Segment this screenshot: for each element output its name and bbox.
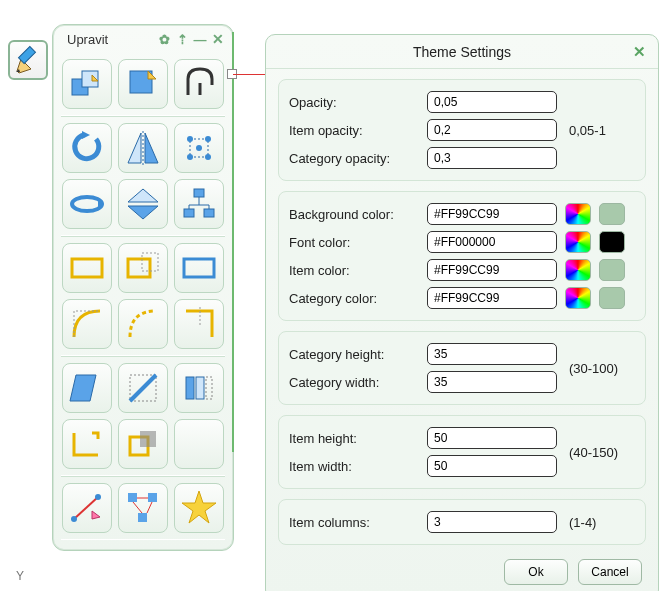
tool-frame-blue[interactable] xyxy=(174,243,224,293)
tool-overlap-squares[interactable] xyxy=(118,419,168,469)
input-category-height[interactable] xyxy=(427,343,557,365)
swatch-bg[interactable] xyxy=(599,203,625,225)
input-bg-color[interactable] xyxy=(427,203,557,225)
tool-handles-grid[interactable] xyxy=(174,123,224,173)
tool-bracket-yellow[interactable] xyxy=(62,419,112,469)
svg-marker-8 xyxy=(128,133,141,163)
tool-rotate-3d[interactable] xyxy=(62,179,112,229)
dialog-close-icon[interactable]: ✕ xyxy=(630,43,648,61)
svg-marker-44 xyxy=(182,491,216,523)
label-item-columns: Item columns: xyxy=(289,515,427,530)
input-item-height[interactable] xyxy=(427,427,557,449)
svg-rect-41 xyxy=(128,493,137,502)
svg-rect-32 xyxy=(186,377,194,399)
tool-corner-curve[interactable] xyxy=(62,299,112,349)
tool-diagonal-cut[interactable] xyxy=(118,363,168,413)
svg-rect-21 xyxy=(194,189,204,197)
section-colors: Background color: Font color: Item color… xyxy=(278,191,646,321)
label-category-height: Category height: xyxy=(289,347,427,362)
svg-marker-9 xyxy=(145,133,158,163)
tool-skew-blue[interactable] xyxy=(62,363,112,413)
input-item-width[interactable] xyxy=(427,455,557,477)
color-picker-icon[interactable] xyxy=(565,231,591,253)
tool-line-edit[interactable] xyxy=(62,483,112,533)
tool-edge-cut[interactable] xyxy=(174,299,224,349)
svg-rect-42 xyxy=(148,493,157,502)
color-picker-icon[interactable] xyxy=(565,287,591,309)
swatch-category[interactable] xyxy=(599,287,625,309)
tool-door-shape[interactable] xyxy=(174,59,224,109)
tool-burst[interactable] xyxy=(174,483,224,533)
close-icon[interactable]: ✕ xyxy=(211,32,225,46)
dialog-header: Theme Settings ✕ xyxy=(266,35,658,69)
cancel-button[interactable]: Cancel xyxy=(578,559,642,585)
tool-mirror-vertical[interactable] xyxy=(118,123,168,173)
label-category-opacity: Category opacity: xyxy=(289,151,427,166)
pin-icon[interactable]: ⇡ xyxy=(175,32,189,46)
tool-blank[interactable] xyxy=(174,419,224,469)
tool-columns[interactable] xyxy=(174,363,224,413)
input-category-width[interactable] xyxy=(427,371,557,393)
svg-rect-25 xyxy=(128,259,150,277)
svg-point-17 xyxy=(72,197,102,211)
minimize-icon[interactable]: — xyxy=(193,32,207,46)
label-item-opacity: Item opacity: xyxy=(289,123,427,138)
pencil-icon xyxy=(13,45,43,75)
svg-rect-22 xyxy=(184,209,194,217)
svg-point-39 xyxy=(95,494,101,500)
tool-rotate-ccw[interactable] xyxy=(62,123,112,173)
svg-marker-40 xyxy=(92,511,100,519)
tool-corner-dashed[interactable] xyxy=(118,299,168,349)
label-item-color: Item color: xyxy=(289,263,427,278)
tool-frame-yellow[interactable] xyxy=(62,243,112,293)
input-opacity[interactable] xyxy=(427,91,557,113)
palette-header: Upravit ✿ ⇡ — ✕ xyxy=(53,25,233,53)
swatch-item[interactable] xyxy=(599,259,625,281)
tool-paste-into[interactable] xyxy=(62,59,112,109)
svg-line-31 xyxy=(130,375,156,401)
hint-opacity-range: 0,05-1 xyxy=(569,123,606,138)
section-category-size: Category height: (30-100) Category width… xyxy=(278,331,646,405)
color-picker-icon[interactable] xyxy=(565,259,591,281)
input-item-opacity[interactable] xyxy=(427,119,557,141)
svg-point-12 xyxy=(187,136,193,142)
svg-rect-27 xyxy=(184,259,214,277)
tool-org-chart[interactable] xyxy=(174,179,224,229)
label-font-color: Font color: xyxy=(289,235,427,250)
svg-marker-29 xyxy=(70,375,96,401)
input-font-color[interactable] xyxy=(427,231,557,253)
svg-point-16 xyxy=(196,145,202,151)
hint-columns-range: (1-4) xyxy=(569,515,596,530)
input-item-columns[interactable] xyxy=(427,511,557,533)
input-category-color[interactable] xyxy=(427,287,557,309)
ok-button[interactable]: Ok xyxy=(504,559,568,585)
input-item-color[interactable] xyxy=(427,259,557,281)
callout-line xyxy=(233,74,267,75)
svg-rect-36 xyxy=(140,431,156,447)
svg-marker-20 xyxy=(128,206,158,219)
palette-title: Upravit xyxy=(67,32,157,47)
label-bg-color: Background color: xyxy=(289,207,427,222)
input-category-opacity[interactable] xyxy=(427,147,557,169)
hint-item-range: (40-150) xyxy=(569,445,618,460)
color-picker-icon[interactable] xyxy=(565,203,591,225)
section-item-columns: Item columns: (1-4) xyxy=(278,499,646,545)
guide-line-vertical xyxy=(232,32,234,452)
theme-settings-dialog: Theme Settings ✕ Opacity: Item opacity: … xyxy=(265,34,659,591)
section-opacity: Opacity: Item opacity: 0,05-1 Category o… xyxy=(278,79,646,181)
section-item-size: Item height: (40-150) Item width: xyxy=(278,415,646,489)
gear-icon[interactable]: ✿ xyxy=(157,32,171,46)
svg-rect-23 xyxy=(204,209,214,217)
label-opacity: Opacity: xyxy=(289,95,427,110)
svg-marker-19 xyxy=(128,189,158,202)
swatch-font[interactable] xyxy=(599,231,625,253)
tool-mirror-horizontal[interactable] xyxy=(118,179,168,229)
tool-nodes-connect[interactable] xyxy=(118,483,168,533)
label-item-height: Item height: xyxy=(289,431,427,446)
svg-rect-24 xyxy=(72,259,102,277)
tool-send-down[interactable] xyxy=(118,59,168,109)
svg-rect-34 xyxy=(206,377,212,399)
svg-point-15 xyxy=(205,154,211,160)
tool-frame-overlap[interactable] xyxy=(118,243,168,293)
pencil-tool[interactable] xyxy=(8,40,48,80)
